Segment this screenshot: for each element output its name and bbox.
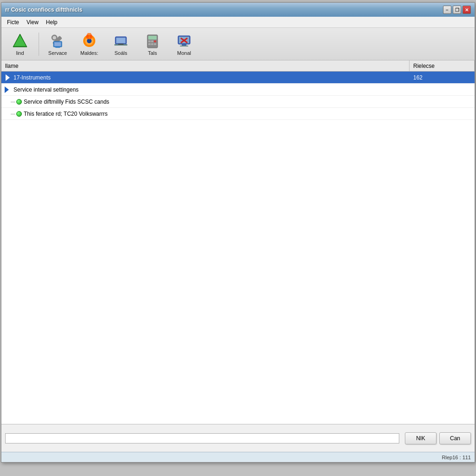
list-item[interactable]: 17-Instruments 162 [1, 72, 475, 84]
minimize-button[interactable]: − [443, 6, 451, 14]
svg-point-13 [86, 34, 89, 39]
menubar: Ficte View Help [1, 17, 475, 28]
tals-icon [144, 33, 161, 49]
green-dot-icon [16, 99, 22, 105]
ok-button[interactable]: NlK [405, 432, 436, 444]
list-item[interactable]: — This feratice rd; TC20 Volkswarrrs [1, 108, 475, 120]
toolbar: lind Servace [1, 28, 475, 60]
close-button[interactable]: ✕ [463, 6, 471, 14]
titlebar: rr Cosic connfiocs diftthnicls − ❐ ✕ [1, 3, 475, 17]
toolbar-find-button[interactable]: lind [5, 30, 35, 58]
row-name: Service diftmillly Fids SCSC cands [24, 99, 109, 105]
restore-button[interactable]: ❐ [453, 6, 461, 14]
toolbar-tals-button[interactable]: Tals [138, 30, 167, 58]
column-header-name: llame [1, 60, 410, 71]
row-release: 162 [410, 74, 475, 81]
svg-rect-35 [180, 46, 188, 46]
tals-label: Tals [148, 50, 157, 56]
row-content: — Service diftmillly Fids SCSC cands [1, 99, 410, 105]
servace-icon [49, 33, 66, 49]
svg-point-4 [53, 36, 56, 39]
svg-rect-7 [55, 47, 60, 48]
status-strip: Rlep16 : 111 [1, 452, 475, 462]
toolbar-soals-button[interactable]: Soáls [106, 30, 136, 58]
svg-point-14 [90, 34, 93, 39]
row-name: Service interval settingens [13, 86, 79, 93]
titlebar-buttons: − ❐ ✕ [443, 6, 471, 14]
row-icon-arrow [3, 73, 12, 82]
toolbar-servace-button[interactable]: Servace [43, 30, 73, 58]
row-content: 17-Instruments [1, 73, 410, 82]
list-item[interactable]: — Service diftmillly Fids SCSC cands [1, 96, 475, 108]
svg-rect-26 [154, 40, 156, 42]
footer-buttons: NlK Can [405, 432, 471, 444]
cancel-button[interactable]: Can [439, 432, 471, 444]
soals-icon [112, 33, 129, 49]
soals-label: Soáls [114, 50, 127, 56]
column-header-release: Rielecse [410, 60, 475, 71]
menu-view[interactable]: View [23, 18, 42, 26]
row-icon-arrow [3, 86, 12, 94]
monal-icon [176, 33, 192, 49]
row-name: 17-Instruments [13, 74, 51, 81]
row-content: Service interval settingens [1, 86, 410, 94]
list-item[interactable]: Service interval settingens [1, 84, 475, 96]
menu-ficte[interactable]: Ficte [3, 18, 23, 26]
row-content: — This feratice rd; TC20 Volkswarrrs [1, 111, 410, 117]
svg-marker-1 [14, 35, 26, 46]
svg-rect-25 [151, 40, 153, 42]
svg-rect-18 [118, 44, 124, 45]
menu-help[interactable]: Help [42, 18, 61, 26]
statusbar-text: Rlep16 : 111 [442, 455, 471, 460]
green-dot-icon [16, 111, 22, 117]
svg-rect-27 [148, 43, 151, 45]
list-header: llame Rielecse [1, 60, 475, 72]
footer: NlK Can [1, 424, 475, 452]
find-label: lind [16, 50, 24, 56]
svg-rect-24 [148, 40, 151, 42]
svg-rect-28 [151, 43, 153, 45]
toolbar-sep-1 [39, 33, 39, 56]
row-name: This feratice rd; TC20 Volkswarrrs [24, 111, 108, 117]
maldez-label: Maldes: [80, 50, 99, 56]
list-area: llame Rielecse 17-Instruments 162 Servic… [1, 60, 475, 424]
svg-rect-23 [148, 36, 157, 40]
monal-label: Monal [177, 50, 191, 56]
main-window: rr Cosic connfiocs diftthnicls − ❐ ✕ Fic… [1, 2, 475, 463]
svg-rect-6 [54, 42, 61, 46]
find-icon [12, 33, 28, 49]
servace-label: Servace [48, 50, 67, 56]
window-title: rr Cosic connfiocs diftthnicls [5, 7, 82, 13]
svg-rect-34 [182, 44, 186, 46]
svg-point-11 [88, 40, 91, 42]
toolbar-monal-button[interactable]: Monal [169, 30, 199, 58]
maldez-icon [81, 33, 98, 49]
toolbar-maldez-button[interactable]: Maldes: [74, 30, 104, 58]
svg-rect-29 [154, 43, 156, 45]
status-field [5, 433, 399, 443]
